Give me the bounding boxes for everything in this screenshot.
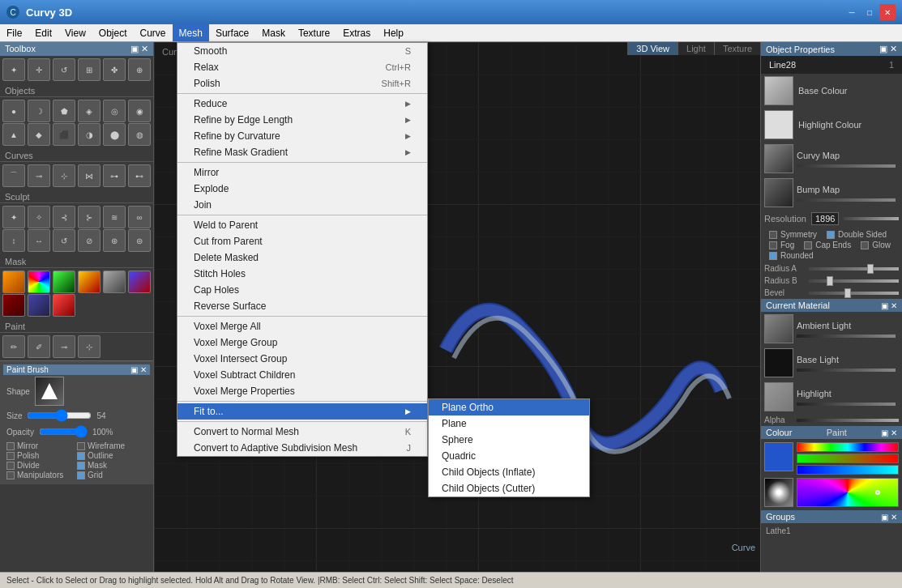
menu-explode[interactable]: Explode xyxy=(177,181,427,197)
curve-tool5[interactable]: ⊶ xyxy=(103,164,126,187)
paint-tool1[interactable]: ✏ xyxy=(2,335,25,358)
fitto-plane-ortho[interactable]: Plane Ortho xyxy=(429,399,589,415)
menu-file[interactable]: File xyxy=(0,24,28,41)
curve-tool2[interactable]: ⊸ xyxy=(28,164,50,187)
mask-btn5[interactable] xyxy=(103,271,126,293)
resolution-slider[interactable] xyxy=(844,217,899,220)
size-slider[interactable] xyxy=(27,409,92,422)
menu-reverse-surface[interactable]: Reverse Surface xyxy=(177,298,427,314)
menu-surface[interactable]: Surface xyxy=(209,24,255,41)
menu-help[interactable]: Help xyxy=(377,24,410,41)
menu-cap-holes[interactable]: Cap Holes xyxy=(177,282,427,298)
obj-shape4[interactable]: ◉ xyxy=(128,100,151,122)
mask-btn1[interactable] xyxy=(2,271,25,293)
obj-shape1[interactable]: ⬟ xyxy=(53,100,75,122)
obj-shape8[interactable]: ◑ xyxy=(78,123,100,146)
fitto-quadric[interactable]: Quadric xyxy=(429,448,589,464)
obj-shape5[interactable]: ▲ xyxy=(2,123,25,146)
mask-btn3[interactable] xyxy=(53,271,75,293)
menu-smooth[interactable]: Smooth S xyxy=(177,43,427,59)
curve-tool1[interactable]: ⌒ xyxy=(2,164,25,187)
tool-transform[interactable]: ⊞ xyxy=(78,58,100,81)
radius-b-slider[interactable] xyxy=(809,279,899,283)
base-light-thumb[interactable] xyxy=(764,348,793,377)
bump-map-thumb[interactable] xyxy=(764,178,793,207)
sculpt-tool3[interactable]: ⊰ xyxy=(53,206,75,228)
menu-convert-adaptive[interactable]: Convert to Adaptive Subdivision Mesh J xyxy=(177,440,427,456)
opacity-slider[interactable] xyxy=(39,425,88,438)
tool-move[interactable]: ✛ xyxy=(28,58,50,81)
mask-btn7[interactable] xyxy=(2,294,25,317)
curvy-map-slider[interactable] xyxy=(797,164,896,168)
menu-voxel-subtract[interactable]: Voxel Subtract Children xyxy=(177,367,427,383)
obj-shape2[interactable]: ◈ xyxy=(78,100,100,122)
grid-checkbox[interactable] xyxy=(77,471,85,479)
menu-voxel-merge-all[interactable]: Voxel Merge All xyxy=(177,318,427,334)
alpha-slider[interactable] xyxy=(797,419,899,422)
polish-checkbox[interactable] xyxy=(6,452,15,460)
colour-slider3[interactable] xyxy=(797,465,899,475)
radius-a-slider[interactable] xyxy=(809,267,899,271)
highlight-colour-thumb[interactable] xyxy=(764,110,793,139)
tool-rotate[interactable]: ↺ xyxy=(53,58,75,81)
menu-view[interactable]: View xyxy=(58,24,92,41)
rounded-checkbox[interactable] xyxy=(769,252,777,260)
obj-shape3[interactable]: ◎ xyxy=(103,100,126,122)
shape-preview[interactable] xyxy=(35,377,64,406)
mask-btn6[interactable] xyxy=(128,271,151,293)
menu-convert-normal[interactable]: Convert to Normal Mesh K xyxy=(177,424,427,440)
bevel-slider[interactable] xyxy=(809,292,899,295)
menu-voxel-properties[interactable]: Voxel Merge Properties xyxy=(177,383,427,399)
menu-extras[interactable]: Extras xyxy=(336,24,377,41)
menu-curve[interactable]: Curve xyxy=(134,24,173,41)
menu-refine-mask[interactable]: Refine Mask Gradient ▶ xyxy=(177,144,427,160)
mask-checkbox[interactable] xyxy=(77,462,85,470)
sculpt-tool2[interactable]: ✧ xyxy=(28,206,50,228)
base-light-slider[interactable] xyxy=(797,369,896,372)
wireframe-checkbox[interactable] xyxy=(77,442,85,450)
menu-delete-masked[interactable]: Delete Masked xyxy=(177,249,427,266)
sculpt-tool6[interactable]: ∞ xyxy=(128,206,151,228)
manipulators-checkbox[interactable] xyxy=(6,471,15,479)
divide-checkbox[interactable] xyxy=(6,462,15,470)
menu-weld-parent[interactable]: Weld to Parent xyxy=(177,217,427,233)
menu-texture[interactable]: Texture xyxy=(292,24,336,41)
tool-scale[interactable]: ✤ xyxy=(103,58,126,81)
colour-wheel[interactable] xyxy=(797,478,899,507)
sculpt-tool9[interactable]: ↺ xyxy=(53,229,75,252)
sculpt-tool7[interactable]: ↕ xyxy=(2,229,25,252)
sculpt-tool10[interactable]: ⊘ xyxy=(78,229,100,252)
fitto-sphere[interactable]: Sphere xyxy=(429,432,589,448)
resolution-value[interactable]: 1896 xyxy=(811,212,839,225)
colour-slider2[interactable] xyxy=(797,454,899,463)
close-button[interactable]: ✕ xyxy=(879,4,896,20)
curve-tool4[interactable]: ⋈ xyxy=(78,164,100,187)
mask-btn9[interactable] xyxy=(53,294,75,317)
cap-ends-checkbox[interactable] xyxy=(804,241,812,249)
mask-btn4[interactable] xyxy=(78,271,100,293)
sculpt-tool8[interactable]: ↔ xyxy=(28,229,50,252)
menu-relax[interactable]: Relax Ctrl+R xyxy=(177,59,427,75)
curve-tool6[interactable]: ⊷ xyxy=(128,164,151,187)
obj-shape10[interactable]: ◍ xyxy=(128,123,151,146)
paint-tool3[interactable]: ⊸ xyxy=(53,335,75,358)
highlight-slider[interactable] xyxy=(797,403,896,406)
fitto-child-inflate[interactable]: Child Objects (Inflate) xyxy=(429,464,589,480)
menu-voxel-intersect[interactable]: Voxel Intersect Group xyxy=(177,351,427,367)
menu-edit[interactable]: Edit xyxy=(28,24,58,41)
mirror-checkbox[interactable] xyxy=(6,442,15,450)
menu-fit-to[interactable]: Fit to... ▶ xyxy=(177,403,427,420)
menu-polish[interactable]: Polish Shift+R xyxy=(177,75,427,92)
minimize-button[interactable]: ─ xyxy=(844,4,860,20)
tab-texture[interactable]: Texture xyxy=(714,42,760,55)
obj-sphere[interactable]: ● xyxy=(2,100,25,122)
tab-3dview[interactable]: 3D View xyxy=(627,42,678,55)
obj-shape6[interactable]: ◆ xyxy=(28,123,50,146)
menu-mesh[interactable]: Mesh xyxy=(173,24,209,41)
curvy-map-thumb[interactable] xyxy=(764,144,793,173)
tool-extra1[interactable]: ⊕ xyxy=(128,58,151,81)
base-colour-thumb[interactable] xyxy=(764,76,793,105)
menu-object[interactable]: Object xyxy=(92,24,134,41)
tool-select[interactable]: ✦ xyxy=(2,58,25,81)
menu-refine-curvature[interactable]: Refine by Curvature ▶ xyxy=(177,128,427,144)
